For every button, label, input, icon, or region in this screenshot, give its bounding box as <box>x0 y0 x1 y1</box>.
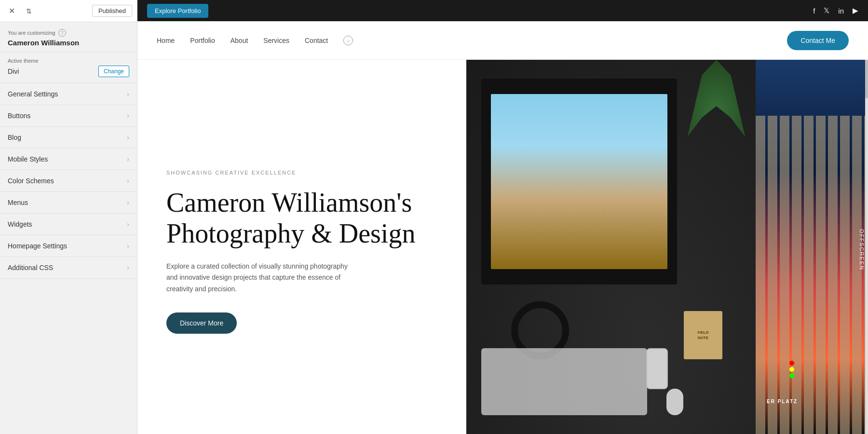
scrollbar-thumb[interactable] <box>865 60 868 98</box>
site-navbar: Home Portfolio About Services Contact ⌕ … <box>137 21 868 60</box>
site-name: Cameron Williamson <box>8 39 129 47</box>
sidebar-item-additional-css[interactable]: Additional CSS › <box>0 257 137 279</box>
nav-link-contact[interactable]: Contact <box>305 37 328 44</box>
facebook-icon[interactable]: f <box>813 7 815 15</box>
menu-item-label: General Settings <box>8 90 58 98</box>
chevron-right-icon: › <box>127 220 129 228</box>
chevron-right-icon: › <box>127 242 129 250</box>
chevron-right-icon: › <box>127 177 129 185</box>
sidebar-item-color-schemes[interactable]: Color Schemes › <box>0 170 137 192</box>
site-topbar: Explore Portfolio f 𝕏 in ▶ <box>137 0 868 21</box>
theme-row: Divi Change <box>8 66 129 77</box>
active-theme-section: Active theme Divi Change <box>0 52 137 83</box>
user-info-section: You are customizing ? Cameron Williamson <box>0 22 137 52</box>
desk-photo: FIELDNOTE <box>466 60 768 434</box>
menu-item-label: Buttons <box>8 112 30 120</box>
sidebar-item-menus[interactable]: Menus › <box>0 192 137 214</box>
notebook-prop: FIELDNOTE <box>684 311 722 359</box>
close-button[interactable]: ✕ <box>5 4 18 18</box>
nav-links: Home Portfolio About Services Contact ⌕ <box>157 36 353 45</box>
traffic-light <box>789 361 794 378</box>
traffic-light-yellow <box>789 367 794 372</box>
monitor-screen <box>491 94 667 269</box>
chevron-right-icon: › <box>127 199 129 206</box>
menu-item-label: Homepage Settings <box>8 242 67 250</box>
phone-prop <box>646 348 668 389</box>
scrollbar-track <box>865 60 868 434</box>
history-button[interactable]: ⇅ <box>22 4 36 18</box>
panel-topbar: ✕ ⇅ Published <box>0 0 137 22</box>
notebook-text: FIELDNOTE <box>697 330 708 340</box>
chevron-right-icon: › <box>127 112 129 120</box>
sidebar-item-mobile-styles[interactable]: Mobile Styles › <box>0 149 137 170</box>
active-theme-label: Active theme <box>8 58 129 64</box>
chevron-right-icon: › <box>127 134 129 141</box>
offscreen-label: Offscreen <box>859 229 865 271</box>
city-buildings <box>756 116 868 434</box>
nav-link-about[interactable]: About <box>231 37 248 44</box>
chevron-right-icon: › <box>127 90 129 98</box>
sidebar-item-general-settings[interactable]: General Settings › <box>0 83 137 105</box>
hero-title: Cameron Williamson's Photography & Desig… <box>166 187 437 249</box>
hero-text: SHOWCASING CREATIVE EXCELLENCE Cameron W… <box>137 60 466 434</box>
customizing-label: You are customizing ? <box>8 29 129 37</box>
plant-decoration <box>680 60 752 137</box>
help-icon[interactable]: ? <box>58 29 66 37</box>
menu-item-label: Additional CSS <box>8 264 53 271</box>
twitter-icon[interactable]: 𝕏 <box>824 6 829 15</box>
menu-item-label: Menus <box>8 199 28 206</box>
desk-photo-inner: FIELDNOTE <box>466 60 768 434</box>
city-photo: Offscreen ER PLATZ <box>756 60 868 434</box>
keyboard-prop <box>481 348 647 416</box>
mouse-prop <box>666 389 683 415</box>
nav-link-home[interactable]: Home <box>157 37 175 44</box>
linkedin-icon[interactable]: in <box>838 7 844 15</box>
menu-item-label: Mobile Styles <box>8 155 48 163</box>
hero-image-collage: FIELDNOTE Offscreen <box>466 60 868 434</box>
menu-items-list: General Settings › Buttons › Blog › Mobi… <box>0 83 137 434</box>
sidebar-item-homepage-settings[interactable]: Homepage Settings › <box>0 235 137 257</box>
menu-item-label: Widgets <box>8 220 32 228</box>
customizer-panel: ✕ ⇅ Published You are customizing ? Came… <box>0 0 137 434</box>
published-button[interactable]: Published <box>92 5 132 17</box>
hero-subtitle: SHOWCASING CREATIVE EXCELLENCE <box>166 170 437 176</box>
menu-item-label: Color Schemes <box>8 177 54 185</box>
discover-more-button[interactable]: Discover More <box>166 312 237 334</box>
website-preview: Explore Portfolio f 𝕏 in ▶ Home Portfoli… <box>137 0 868 434</box>
sidebar-item-buttons[interactable]: Buttons › <box>0 105 137 127</box>
social-icons-group: f 𝕏 in ▶ <box>813 6 858 15</box>
search-icon[interactable]: ⌕ <box>343 36 353 45</box>
sidebar-item-blog[interactable]: Blog › <box>0 127 137 149</box>
theme-name: Divi <box>8 68 19 75</box>
youtube-icon[interactable]: ▶ <box>853 6 858 15</box>
chevron-right-icon: › <box>127 155 129 163</box>
menu-item-label: Blog <box>8 134 21 141</box>
contact-me-button[interactable]: Contact Me <box>787 31 849 50</box>
er-platz-label: ER PLATZ <box>767 399 798 404</box>
traffic-light-red <box>789 361 794 366</box>
sidebar-item-widgets[interactable]: Widgets › <box>0 214 137 235</box>
nav-link-services[interactable]: Services <box>263 37 289 44</box>
explore-portfolio-button[interactable]: Explore Portfolio <box>147 4 208 18</box>
chevron-right-icon: › <box>127 264 129 271</box>
hero-description: Explore a curated collection of visually… <box>166 261 359 295</box>
hero-section: SHOWCASING CREATIVE EXCELLENCE Cameron W… <box>137 60 868 434</box>
change-theme-button[interactable]: Change <box>98 66 129 77</box>
nav-link-portfolio[interactable]: Portfolio <box>190 37 215 44</box>
traffic-light-green <box>789 373 794 378</box>
monitor <box>481 79 677 285</box>
